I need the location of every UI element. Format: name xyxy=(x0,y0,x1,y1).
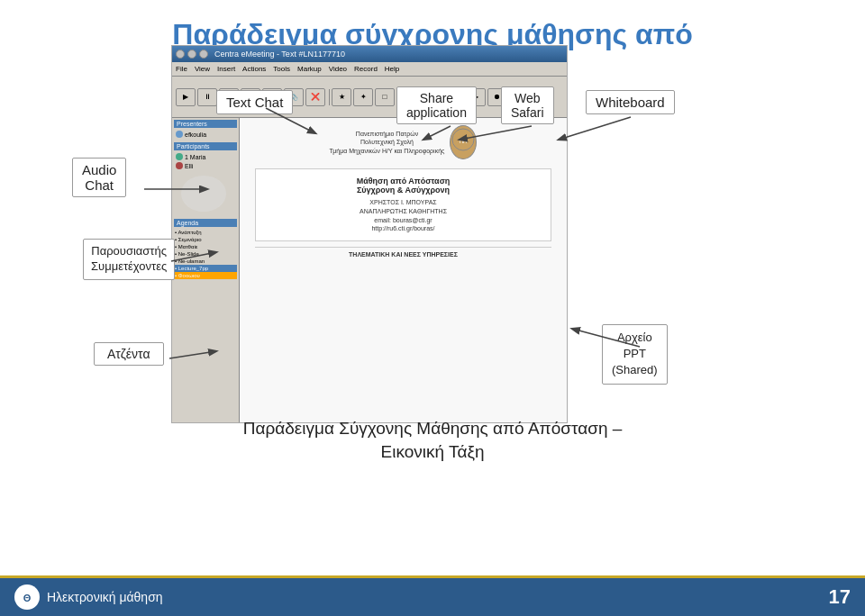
label-ppt-shared: Αρχείο PPT (Shared) xyxy=(602,324,668,385)
footer-label: Ηλεκτρονική μάθηση xyxy=(47,590,163,604)
svg-line-6 xyxy=(559,117,631,140)
agenda-header: Agenda xyxy=(174,219,237,227)
label-text-chat: Text Chat xyxy=(216,90,293,114)
toolbar-btn-8: ★ xyxy=(332,88,351,106)
toolbar-btn-1: ▶ xyxy=(176,88,196,106)
footer-page-number: 17 xyxy=(829,585,851,609)
toolbar-btn-9: ✦ xyxy=(353,88,373,106)
screenshot-sidebar: Presenters efkoulia Participants 1 Maria… xyxy=(172,118,240,422)
uni-seal: ΠΠ xyxy=(450,125,477,159)
toolbar-btn-10: □ xyxy=(375,88,395,106)
label-audio-chat: Audio Chat xyxy=(72,158,126,197)
screenshot-main-content: Πανεπιστήμιο Πατρών Πολυτεχνική Σχολή Τμ… xyxy=(240,118,567,422)
toolbar-btn-7: ❌ xyxy=(305,88,325,106)
participants-header: Participants xyxy=(174,142,237,150)
label-web-safari: Web Safari xyxy=(501,86,554,124)
bottom-subtitle: Παράδειγμα Σύγχονης Μάθησης από Απόσταση… xyxy=(0,417,865,465)
slide-content: Μάθηση από Απόσταση Σύγχρονη & Ασύγχρονη… xyxy=(255,168,552,241)
slide-footer-text: ΤΗΛΕΜΑΤΙΚΗ ΚΑΙ ΝΕΕΣ ΥΠΗΡΕΣΙΕΣ xyxy=(255,247,552,258)
screenshot-menubar: File View Insert Actions Tools Markup Vi… xyxy=(172,62,567,77)
label-agenda: Ατζέντα xyxy=(94,342,164,366)
svg-text:Θ: Θ xyxy=(23,593,32,603)
svg-text:ΠΠ: ΠΠ xyxy=(460,139,468,144)
uni-text: Πανεπιστήμιο Πατρών Πολυτεχνική Σχολή Τμ… xyxy=(330,130,445,154)
label-share-application: Share application xyxy=(396,86,477,124)
presenters-header: Presenters xyxy=(174,120,237,128)
footer-logo: Θ xyxy=(14,584,40,610)
footer: Θ Ηλεκτρονική μάθηση 17 xyxy=(0,578,865,616)
toolbar-btn-2: ⏸ xyxy=(197,88,217,106)
footer-left: Θ Ηλεκτρονική μάθηση xyxy=(14,584,163,610)
screenshot-title: Centra eMeeting - Text #LN1177710 xyxy=(214,50,345,59)
label-presenters: Παρουσιαστής Συμμετέχοντες xyxy=(83,239,175,280)
label-whiteboard: Whiteboard xyxy=(586,90,675,114)
